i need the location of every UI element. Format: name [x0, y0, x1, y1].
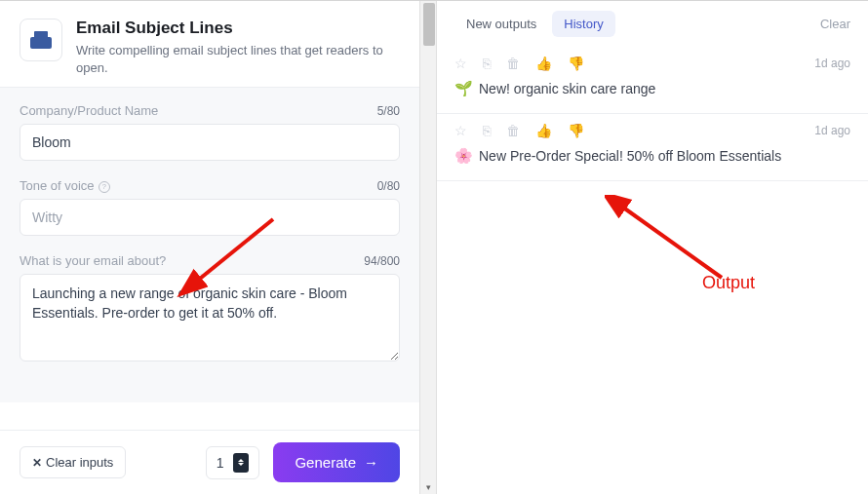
quantity-stepper[interactable]: 1: [206, 446, 260, 479]
company-input[interactable]: [20, 124, 400, 161]
scroll-thumb[interactable]: [423, 3, 435, 46]
output-text: New! organic skin care range: [479, 81, 655, 96]
help-icon[interactable]: ?: [99, 181, 110, 193]
output-timestamp: 1d ago: [814, 124, 850, 137]
output-text: New Pre-Order Special! 50% off Bloom Ess…: [479, 148, 781, 164]
tool-icon: [20, 19, 62, 61]
close-icon: ✕: [32, 456, 42, 470]
tone-label: Tone of voice?: [20, 178, 110, 193]
star-icon[interactable]: ☆: [454, 57, 467, 70]
output-item: ☆ ⎘ 🗑 👍 👎 1d ago 🌸 New Pre-Order Special…: [437, 114, 868, 181]
about-count: 94/800: [364, 254, 400, 268]
thumbs-down-icon[interactable]: 👎: [568, 124, 584, 137]
page-subtitle: Write compelling email subject lines tha…: [76, 42, 400, 77]
copy-icon[interactable]: ⎘: [483, 124, 491, 137]
generate-label: Generate: [295, 454, 356, 471]
output-emoji: 🌱: [454, 80, 473, 97]
about-label: What is your email about?: [20, 253, 166, 268]
tab-new-outputs[interactable]: New outputs: [454, 11, 548, 37]
delete-icon[interactable]: 🗑: [506, 124, 520, 137]
about-textarea[interactable]: Launching a new range of organic skin ca…: [20, 274, 400, 361]
annotation-label: Output: [702, 273, 755, 293]
tab-history[interactable]: History: [552, 11, 614, 37]
input-panel: Email Subject Lines Write compelling ema…: [0, 1, 419, 494]
output-timestamp: 1d ago: [814, 57, 850, 70]
output-item: ☆ ⎘ 🗑 👍 👎 1d ago 🌱 New! organic skin car…: [437, 47, 868, 114]
arrow-right-icon: →: [364, 454, 378, 471]
company-count: 5/80: [377, 104, 400, 118]
page-title: Email Subject Lines: [76, 19, 400, 38]
thumbs-up-icon[interactable]: 👍: [535, 124, 552, 137]
thumbs-down-icon[interactable]: 👎: [568, 57, 584, 70]
copy-icon[interactable]: ⎘: [483, 57, 491, 70]
clear-history-link[interactable]: Clear: [820, 17, 850, 31]
scroll-down-icon[interactable]: ▾: [420, 482, 436, 492]
footer-bar: ✕ Clear inputs 1 Generate →: [0, 430, 419, 494]
tone-input[interactable]: [20, 199, 400, 236]
star-icon[interactable]: ☆: [454, 124, 467, 137]
thumbs-up-icon[interactable]: 👍: [535, 57, 552, 70]
clear-inputs-button[interactable]: ✕ Clear inputs: [20, 446, 126, 478]
generate-button[interactable]: Generate →: [273, 442, 400, 482]
output-emoji: 🌸: [454, 147, 473, 165]
clear-inputs-label: Clear inputs: [46, 455, 113, 470]
delete-icon[interactable]: 🗑: [506, 57, 520, 70]
quantity-value: 1: [217, 455, 224, 471]
stepper-control[interactable]: [233, 453, 249, 473]
tone-count: 0/80: [377, 179, 400, 193]
company-label: Company/Product Name: [20, 103, 158, 118]
output-panel: New outputs History Clear ☆ ⎘ 🗑 👍 👎 1d a…: [437, 1, 868, 494]
vertical-scrollbar[interactable]: ▾: [419, 1, 437, 494]
